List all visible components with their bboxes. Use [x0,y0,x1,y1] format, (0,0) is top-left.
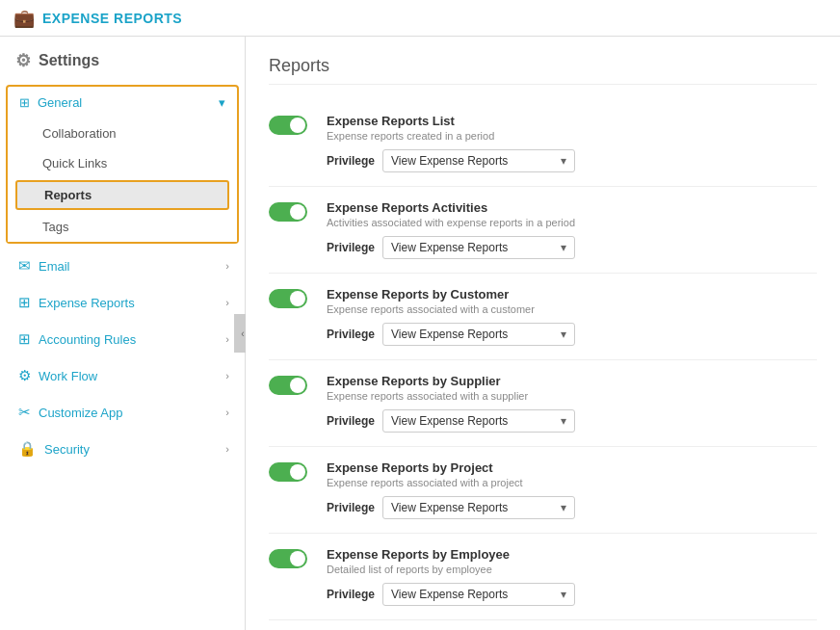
subitem-quick-links[interactable]: Quick Links [8,148,237,178]
sidebar-item-general[interactable]: ⊞ General ▾ [8,87,237,118]
privilege-select-2[interactable]: View Expense Reports ▾ [382,323,575,346]
sidebar-item-general-wrapper: ⊞ General ▾ Collaboration Quick Links Re… [6,85,239,244]
sidebar-item-expense-reports[interactable]: ⊞ Expense Reports › [0,284,245,321]
main-layout: ⚙ Settings ⊞ General ▾ Collaboration Qui… [0,37,840,630]
toggle-3[interactable] [269,376,307,395]
chevron-right-icon-6: › [225,443,229,455]
workflow-icon: ⚙ [18,367,31,384]
privilege-value-0: View Expense Reports [391,154,508,168]
sidebar: ⚙ Settings ⊞ General ▾ Collaboration Qui… [0,37,246,630]
report-info-5: Expense Reports by Employee Detailed lis… [327,547,817,606]
privilege-label-0: Privilege [327,154,375,168]
privilege-label-2: Privilege [327,328,375,341]
app-icon: 💼 [13,8,35,29]
subitem-reports[interactable]: Reports [15,180,229,210]
privilege-value-1: View Expense Reports [391,241,508,254]
chevron-right-icon-3: › [225,333,229,345]
chevron-right-icon-2: › [225,297,229,308]
privilege-select-1[interactable]: View Expense Reports ▾ [382,236,575,259]
privilege-select-4[interactable]: View Expense Reports ▾ [382,496,575,519]
settings-label: Settings [39,52,99,69]
report-desc-4: Expense reports associated with a projec… [327,477,817,488]
report-desc-0: Expense reports created in a period [327,130,817,142]
privilege-value-2: View Expense Reports [391,328,508,341]
privilege-select-0[interactable]: View Expense Reports ▾ [382,149,575,172]
chevron-right-icon-4: › [225,370,229,381]
toggle-col-3 [269,374,327,395]
privilege-select-3[interactable]: View Expense Reports ▾ [382,409,575,433]
toggle-2[interactable] [269,289,307,308]
dropdown-arrow-5: ▾ [561,588,566,601]
dropdown-arrow-3: ▾ [561,414,566,428]
security-icon: 🔒 [18,440,37,458]
accounting-icon: ⊞ [18,330,31,348]
report-row: Expense Reports by Employee Detailed lis… [269,534,817,620]
report-desc-1: Activities associated with expense repor… [327,217,817,228]
settings-header: ⚙ Settings [0,37,245,81]
expense-reports-icon: ⊞ [18,294,31,311]
privilege-value-4: View Expense Reports [391,501,508,514]
privilege-row-1: Privilege View Expense Reports ▾ [327,236,817,259]
sidebar-item-security[interactable]: 🔒 Security › [0,431,245,467]
report-desc-3: Expense reports associated with a suppli… [327,390,817,402]
privilege-row-0: Privilege View Expense Reports ▾ [327,149,817,172]
dropdown-arrow-0: ▾ [561,154,566,168]
privilege-row-5: Privilege View Expense Reports ▾ [327,583,817,606]
sidebar-item-accounting-label: Accounting Rules [39,332,136,347]
report-name-1: Expense Reports Activities [327,200,817,215]
sidebar-item-customize-label: Customize App [39,406,122,420]
toggle-col-4 [269,460,327,482]
toggle-0[interactable] [269,116,307,135]
sidebar-item-accounting-rules[interactable]: ⊞ Accounting Rules › [0,321,245,357]
privilege-value-3: View Expense Reports [391,414,508,428]
privilege-select-5[interactable]: View Expense Reports ▾ [382,583,575,606]
report-row: Expense Reports Activities Activities as… [269,187,817,274]
sidebar-item-email[interactable]: ✉ Email › [0,248,245,284]
privilege-row-2: Privilege View Expense Reports ▾ [327,323,817,346]
report-name-4: Expense Reports by Project [327,460,817,475]
app-header: 💼 EXPENSE REPORTS [0,0,840,37]
dropdown-arrow-4: ▾ [561,501,566,514]
report-row: Expense Reports List Expense reports cre… [269,100,817,187]
report-info-0: Expense Reports List Expense reports cre… [327,114,817,172]
gear-icon: ⚙ [15,50,31,71]
sidebar-item-customize-app[interactable]: ✂ Customize App › [0,394,245,431]
sidebar-item-workflow-label: Work Flow [39,369,97,383]
general-icon: ⊞ [19,95,30,110]
privilege-value-5: View Expense Reports [391,588,508,601]
report-row: Expense Reports by Project Expense repor… [269,447,817,534]
subitem-tags[interactable]: Tags [8,212,237,242]
report-name-2: Expense Reports by Customer [327,287,817,302]
content-title: Reports [269,56,817,85]
sidebar-item-security-label: Security [44,442,90,457]
chevron-right-icon-5: › [225,407,229,418]
toggle-1[interactable] [269,202,307,222]
report-name-0: Expense Reports List [327,114,817,128]
report-info-3: Expense Reports by Supplier Expense repo… [327,374,817,433]
report-name-3: Expense Reports by Supplier [327,374,817,388]
toggle-col-5 [269,547,327,568]
customize-icon: ✂ [18,404,31,421]
report-desc-5: Detailed list of reports by employee [327,564,817,575]
chevron-right-icon: › [225,260,229,272]
reports-list: Expense Reports List Expense reports cre… [269,100,817,620]
general-subitems: Collaboration Quick Links Reports Tags [8,118,237,242]
toggle-col-2 [269,287,327,308]
report-info-2: Expense Reports by Customer Expense repo… [327,287,817,346]
toggle-col-0 [269,114,327,135]
sidebar-item-work-flow[interactable]: ⚙ Work Flow › [0,357,245,394]
dropdown-arrow-2: ▾ [561,328,566,341]
toggle-4[interactable] [269,462,307,482]
email-icon: ✉ [18,257,31,275]
report-row: Expense Reports by Supplier Expense repo… [269,360,817,447]
report-info-1: Expense Reports Activities Activities as… [327,200,817,259]
report-row: Expense Reports by Customer Expense repo… [269,274,817,360]
privilege-row-3: Privilege View Expense Reports ▾ [327,409,817,433]
sidebar-item-expense-reports-label: Expense Reports [39,296,135,310]
toggle-5[interactable] [269,549,307,568]
app-title: EXPENSE REPORTS [42,11,182,26]
privilege-row-4: Privilege View Expense Reports ▾ [327,496,817,519]
toggle-col-1 [269,200,327,222]
subitem-collaboration[interactable]: Collaboration [8,118,237,148]
report-info-4: Expense Reports by Project Expense repor… [327,460,817,519]
